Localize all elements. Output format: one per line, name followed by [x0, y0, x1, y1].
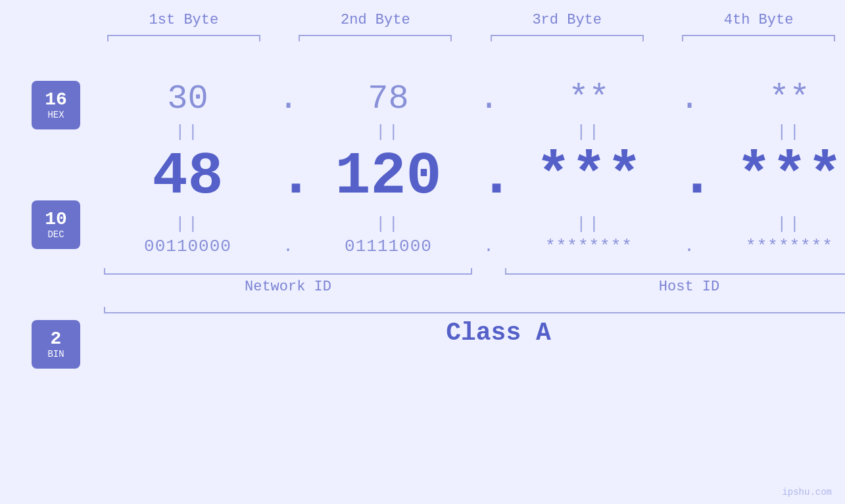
byte4-header: 4th Byte: [672, 12, 845, 28]
host-id-bracket: [498, 263, 845, 275]
bracket-byte2: [289, 28, 462, 41]
network-id-bracket: [97, 263, 479, 275]
equals-row-1: || || || ||: [97, 122, 845, 142]
byte1-header: 1st Byte: [97, 12, 270, 28]
dec-dot2: .: [479, 143, 498, 210]
hex-byte2: 78: [298, 80, 479, 118]
network-id-label: Network ID: [97, 279, 479, 295]
equals-1-b1: ||: [97, 122, 278, 142]
watermark: ipshu.com: [782, 487, 832, 497]
equals-2-b1: ||: [97, 214, 278, 234]
hex-badge: 16 HEX: [32, 81, 80, 129]
hex-byte3: **: [498, 80, 679, 118]
bin-byte1: 00110000: [97, 237, 278, 256]
dec-row: 48 . 120 . *** . ***: [97, 143, 845, 210]
hex-dot3: .: [679, 80, 699, 118]
bin-row: 00110000 . 01111000 . ******** .: [97, 237, 845, 256]
bracket-row: [0, 28, 845, 41]
bin-byte3: ********: [498, 237, 679, 256]
hex-byte4: **: [699, 80, 845, 118]
equals-1-b3: ||: [498, 122, 679, 142]
equals-row-2: || || || ||: [97, 214, 845, 234]
equals-1-b2: ||: [298, 122, 479, 142]
byte3-header: 3rd Byte: [481, 12, 654, 28]
id-labels: Network ID Host ID: [97, 279, 845, 295]
byte2-header: 2nd Byte: [289, 12, 462, 28]
hex-row: 30 . 78 . ** . **: [97, 80, 845, 118]
bracket-byte3: [481, 28, 654, 41]
bracket-byte1: [97, 28, 270, 41]
byte-headers: 1st Byte 2nd Byte 3rd Byte 4th Byte: [0, 0, 845, 28]
dec-byte4: ***: [699, 143, 845, 210]
bin-dot1: .: [278, 237, 298, 256]
bottom-brackets: [97, 263, 845, 275]
bin-byte2: 01111000: [298, 237, 479, 256]
main-container: 1st Byte 2nd Byte 3rd Byte 4th Byte 16 H…: [0, 0, 845, 504]
dec-byte2: 120: [298, 143, 479, 210]
equals-2-b2: ||: [298, 214, 479, 234]
equals-2-b4: ||: [699, 214, 845, 234]
bin-dot2: .: [479, 237, 498, 256]
bracket-byte4: [672, 28, 845, 41]
class-label: Class A: [446, 319, 551, 347]
equals-1-b4: ||: [699, 122, 845, 142]
bin-dot3: .: [679, 237, 699, 256]
hex-dot2: .: [479, 80, 498, 118]
dec-dot3: .: [679, 143, 699, 210]
bin-badge: 2 BIN: [32, 320, 80, 369]
class-label-container: Class A: [97, 319, 845, 347]
hex-dot1: .: [278, 80, 298, 118]
dec-byte1: 48: [97, 143, 278, 210]
dec-badge: 10 DEC: [32, 200, 80, 249]
dec-byte3: ***: [498, 143, 679, 210]
badges-column: 16 HEX 10 DEC 2 BIN: [0, 41, 97, 369]
bin-byte4: ********: [699, 237, 845, 256]
host-id-label: Host ID: [498, 279, 845, 295]
hex-byte1: 30: [97, 80, 278, 118]
class-bracket: [97, 302, 845, 313]
dec-dot1: .: [278, 143, 298, 210]
equals-2-b3: ||: [498, 214, 679, 234]
